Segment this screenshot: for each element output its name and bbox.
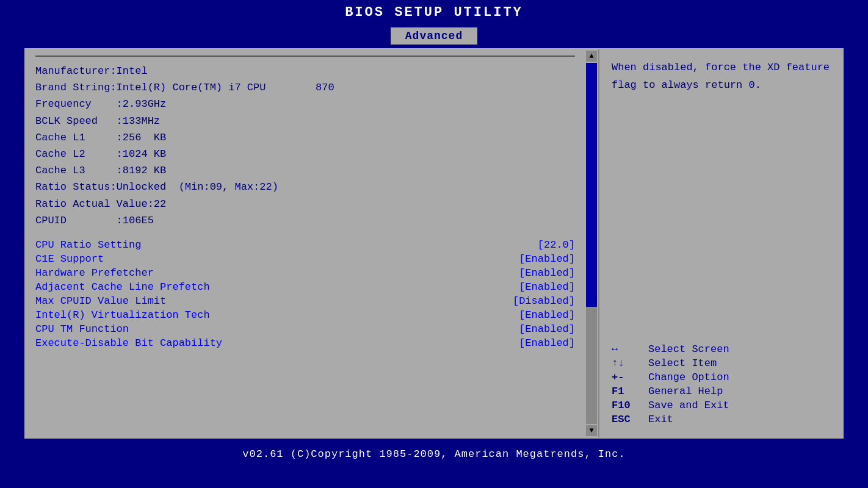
title-bar: BIOS SETUP UTILITY <box>0 0 868 25</box>
system-info-block: Manufacturer:Intel Brand String:Intel(R)… <box>35 63 575 229</box>
key-description: Select Item <box>648 357 717 369</box>
menu-item-label: Adjacent Cache Line Prefetch <box>35 281 210 293</box>
key-help-row: +-Change Option <box>612 371 830 383</box>
key-symbol: +- <box>612 371 648 383</box>
menu-item-label: CPU TM Function <box>35 323 129 335</box>
key-description: Save and Exit <box>648 400 729 411</box>
ratio-actual-line: Ratio Actual Value:22 <box>35 196 575 212</box>
menu-item-label: C1E Support <box>35 253 104 265</box>
menu-item[interactable]: Hardware Prefetcher[Enabled] <box>35 267 575 279</box>
key-help-row: ↑↓Select Item <box>612 357 830 369</box>
menu-item[interactable]: CPU TM Function[Enabled] <box>35 323 575 336</box>
menu-item[interactable]: C1E Support[Enabled] <box>35 253 575 265</box>
menu-item-value: [Enabled] <box>519 281 575 293</box>
bios-title: BIOS SETUP UTILITY <box>345 5 523 20</box>
key-description: General Help <box>648 386 723 397</box>
tab-bar: Advanced <box>0 25 868 45</box>
menu-block: CPU Ratio Setting[22.0]C1E Support[Enabl… <box>35 239 575 350</box>
menu-item-value: [22.0] <box>538 239 575 251</box>
left-panel: Manufacturer:Intel Brand String:Intel(R)… <box>26 49 585 437</box>
menu-item-value: [Enabled] <box>519 309 575 321</box>
key-symbol: ESC <box>612 414 648 425</box>
menu-item[interactable]: Max CPUID Value Limit[Disabled] <box>35 295 575 307</box>
help-text: When disabled, force the XD feature flag… <box>612 59 830 95</box>
scroll-track <box>586 63 597 424</box>
key-description: Change Option <box>648 371 729 383</box>
key-description: Select Screen <box>648 343 729 355</box>
menu-item-value: [Enabled] <box>519 267 575 279</box>
key-symbol: ↔ <box>612 343 648 355</box>
right-panel: When disabled, force the XD feature flag… <box>598 49 842 437</box>
menu-item-value: [Enabled] <box>519 337 575 349</box>
key-help-row: F1General Help <box>612 386 830 397</box>
cache-l3-line: Cache L3 :8192 KB <box>35 162 575 179</box>
key-help-block: ↔Select Screen↑↓Select Item+-Change Opti… <box>612 343 830 428</box>
brand-string-line: Brand String:Intel(R) Core(TM) i7 CPU 87… <box>35 79 575 96</box>
menu-item-value: [Enabled] <box>519 323 575 335</box>
scroll-thumb <box>586 63 597 307</box>
scroll-down-button[interactable]: ▼ <box>586 425 597 436</box>
manufacturer-line: Manufacturer:Intel <box>35 63 575 79</box>
main-content: Manufacturer:Intel Brand String:Intel(R)… <box>24 48 844 439</box>
menu-item-value: [Disabled] <box>513 295 575 307</box>
menu-item-label: Max CPUID Value Limit <box>35 295 166 307</box>
menu-item[interactable]: Adjacent Cache Line Prefetch[Enabled] <box>35 281 575 293</box>
menu-item[interactable]: Intel(R) Virtualization Tech[Enabled] <box>35 309 575 321</box>
tab-advanced[interactable]: Advanced <box>391 27 477 45</box>
menu-item-label: Execute-Disable Bit Capability <box>35 337 222 349</box>
menu-item[interactable]: CPU Ratio Setting[22.0] <box>35 239 575 251</box>
separator <box>35 56 575 57</box>
cache-l2-line: Cache L2 :1024 KB <box>35 146 575 162</box>
bclk-speed-line: BCLK Speed :133MHz <box>35 113 575 129</box>
key-description: Exit <box>648 414 673 425</box>
menu-item-label: Hardware Prefetcher <box>35 267 154 279</box>
key-symbol: F10 <box>612 400 648 411</box>
footer: v02.61 (C)Copyright 1985-2009, American … <box>0 442 868 466</box>
menu-item-value: [Enabled] <box>519 253 575 265</box>
key-symbol: ↑↓ <box>612 357 648 369</box>
key-symbol: F1 <box>612 386 648 397</box>
menu-item[interactable]: Execute-Disable Bit Capability[Enabled] <box>35 337 575 350</box>
menu-item-label: Intel(R) Virtualization Tech <box>35 309 210 321</box>
key-help-row: ↔Select Screen <box>612 343 830 355</box>
key-help-row: F10Save and Exit <box>612 400 830 411</box>
cache-l1-line: Cache L1 :256 KB <box>35 129 575 146</box>
frequency-line: Frequency :2.93GHz <box>35 96 575 112</box>
scrollbar[interactable]: ▲ ▼ <box>585 49 598 437</box>
cpuid-line: CPUID :106E5 <box>35 212 575 229</box>
key-help-row: ESCExit <box>612 414 830 425</box>
scroll-up-button[interactable]: ▲ <box>586 51 597 62</box>
ratio-status-line: Ratio Status:Unlocked (Min:09, Max:22) <box>35 179 575 195</box>
menu-item-label: CPU Ratio Setting <box>35 239 141 251</box>
